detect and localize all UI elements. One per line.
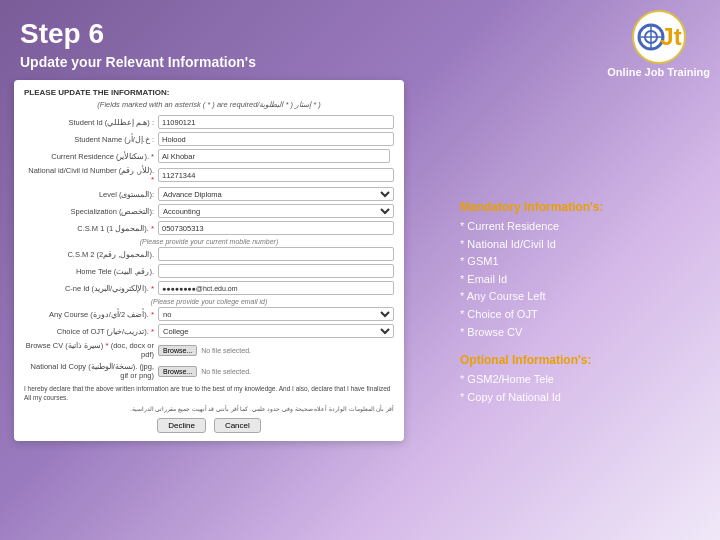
specialization-select[interactable]: Accounting [158,204,394,218]
browse-cv-no-file: No file selected. [201,347,251,354]
gsm2-label: C.S.M 2 (2المحمول, رقم). [24,250,154,259]
national-id-input[interactable] [158,168,394,182]
student-name-label: Student Name (خ.إل/أر : [24,135,154,144]
level-label: Level (المستوى): [24,190,154,199]
choice-ojt-wrapper: College Industry College College [158,324,394,338]
decline-button[interactable]: Decline [157,418,206,433]
specialization-row: Specialization (التخصص): Accounting [24,204,394,218]
mandatory-item-2: * National Id/Civil Id [460,236,700,254]
choice-ojt-select[interactable]: College Industry [158,324,394,338]
form-buttons: Decline Cancel [24,418,394,433]
form-declaration: I hereby declare that the above written … [24,384,394,402]
student-id-label: Student Id (هـم إعطللي) : [24,118,154,127]
mandatory-item-5: * Any Course Left [460,288,700,306]
arabic-declaration: أقر بأن المعلومات الواردة أعلاه صحيحة وف… [24,405,394,413]
step-subtitle: Update your Relevant Information's [20,54,256,70]
national-id-copy-label: National Id Copy (نسخة/الوطنية). (jpg, g… [24,362,154,380]
current-residence-input[interactable] [158,149,390,163]
step-title: Step 6 [20,18,256,50]
logo-circle: Jt [632,10,686,64]
any-course-row: Any Course (أضف 2/أي/دورة). * no yes [24,307,394,321]
home-tele-row: Home Tele (رقم, البيت). [24,264,394,278]
home-tele-input[interactable] [158,264,394,278]
email-input[interactable] [158,281,394,295]
browse-cv-button[interactable]: Browse... [158,345,197,356]
mandatory-heading: Mandatory Information's: [460,200,700,214]
specialization-label: Specialization (التخصص): [24,207,154,216]
national-id-row: National id/Civil id Number (للأر, رقم).… [24,166,394,184]
any-course-label: Any Course (أضف 2/أي/دورة). * [24,310,154,319]
student-id-row: Student Id (هـم إعطللي) : [24,115,394,129]
form-container: PLEASE UPDATE THE INFORMATION: (Fields m… [14,80,404,441]
choice-ojt-label: Choice of OJT (تدريب/خيار). * [24,327,154,336]
mandatory-item-3: * GSM1 [460,253,700,271]
mandatory-section: Mandatory Information's: * Current Resid… [460,200,700,341]
info-panel: Mandatory Information's: * Current Resid… [460,200,700,406]
gsm2-input[interactable] [158,247,394,261]
level-select[interactable]: Advance Diploma [158,187,394,201]
subtitle-prefix: Update your [20,54,106,70]
header-section: Step 6 Update your Relevant Information'… [0,0,276,80]
gsm1-row: C.S.M 1 (1 المحمول). * [24,221,394,235]
national-id-copy-row: National Id Copy (نسخة/الوطنية). (jpg, g… [24,362,394,380]
mandatory-item-6: * Choice of OJT [460,306,700,324]
browse-cv-label: Browse CV (سيرة ذاتية) * (doc, docx or p… [24,341,154,359]
national-id-copy-no-file: No file selected. [201,368,251,375]
logo-container: Jt Online Job Training [607,10,710,78]
any-course-select[interactable]: no yes [158,307,394,321]
student-name-row: Student Name (خ.إل/أر : [24,132,394,146]
current-residence-label: Current Residence (سكنالأير). * [24,152,154,161]
browse-cv-row: Browse CV (سيرة ذاتية) * (doc, docx or p… [24,341,394,359]
form-header: PLEASE UPDATE THE INFORMATION: [24,88,394,97]
subtitle-bold: Relevant Information's [106,54,256,70]
form-subtitle-text: (Fields marked with an asterisk ( * ) ar… [97,100,320,109]
gsm1-label: C.S.M 1 (1 المحمول). * [24,224,154,233]
mandatory-item-7: * Browse CV [460,324,700,342]
choice-ojt-row: Choice of OJT (تدريب/خيار). * College In… [24,324,394,338]
home-tele-label: Home Tele (رقم, البيت). [24,267,154,276]
logo-brand-text: Online Job Training [607,66,710,78]
national-id-label: National id/Civil id Number (للأر, رقم).… [24,166,154,184]
form-subtitle: (Fields marked with an asterisk ( * ) ar… [24,100,394,109]
logo-jt-text: Jt [660,25,681,49]
optional-heading: Optional Information's: [460,353,700,367]
gsm1-note: (Please provide your current mobile numb… [24,238,394,245]
gsm2-row: C.S.M 2 (2المحمول, رقم). [24,247,394,261]
email-note: (Please provide your college email id) [24,298,394,305]
optional-item-1: * GSM2/Home Tele [460,371,700,389]
logo-area: Jt Online Job Training [607,10,710,78]
national-id-copy-button[interactable]: Browse... [158,366,197,377]
cancel-button[interactable]: Cancel [214,418,261,433]
gsm1-input[interactable] [158,221,394,235]
current-residence-row: Current Residence (سكنالأير). * [24,149,394,163]
optional-item-2: * Copy of National Id [460,389,700,407]
mandatory-item-1: * Current Residence [460,218,700,236]
mandatory-item-4: * Email Id [460,271,700,289]
optional-section: Optional Information's: * GSM2/Home Tele… [460,353,700,406]
level-row: Level (المستوى): Advance Diploma [24,187,394,201]
email-label: C-ne Id (الإلكتروني/البريد). * [24,284,154,293]
student-id-input[interactable] [158,115,394,129]
student-name-input[interactable] [158,132,394,146]
email-row: C-ne Id (الإلكتروني/البريد). * [24,281,394,295]
